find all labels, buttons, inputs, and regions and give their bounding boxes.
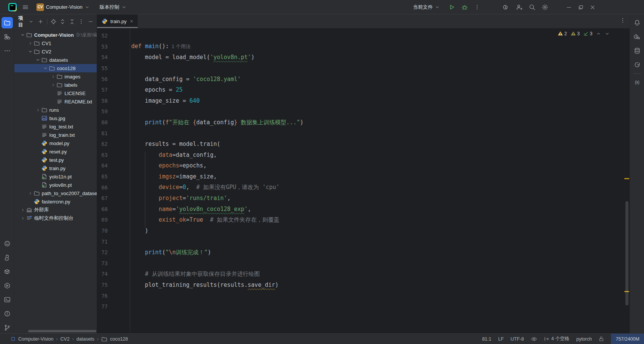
main-menu-icon[interactable] (22, 4, 29, 11)
tree-item-LICENSE[interactable]: LICENSE (14, 89, 97, 97)
settings-icon[interactable] (542, 4, 548, 11)
tree-item-model.py[interactable]: model.py (14, 139, 97, 147)
chevron-right-icon[interactable] (20, 208, 26, 213)
tree-item-yolo11n.pt[interactable]: Cyolo11n.pt (14, 172, 97, 181)
breadcrumb-item[interactable]: Computer-Vision (18, 336, 53, 342)
stripe-mark[interactable] (624, 178, 629, 179)
hugging-face-icon[interactable] (2, 238, 13, 249)
line-number[interactable]: 61 (97, 130, 130, 136)
tree-item-CV1[interactable]: CV1 (14, 39, 97, 47)
line-number[interactable]: 75 (97, 282, 130, 288)
line-number[interactable]: 69 (97, 217, 130, 223)
line-number[interactable]: 73 (97, 260, 130, 266)
line-number[interactable]: 65 (97, 174, 130, 180)
window-minimize-button[interactable] (566, 4, 572, 10)
highlighting-level-icon[interactable] (531, 336, 537, 342)
tree-item-coco128[interactable]: coco128 (14, 64, 97, 72)
run-button[interactable] (448, 4, 455, 11)
lock-icon[interactable] (598, 336, 604, 342)
chevron-down-icon[interactable] (20, 32, 26, 38)
structure-icon[interactable] (2, 31, 13, 42)
interpreter[interactable]: pytorch (576, 336, 592, 342)
chevron-right-icon[interactable] (50, 83, 56, 88)
grammar-count[interactable]: 3 (583, 31, 592, 36)
line-number[interactable]: 66 (97, 185, 130, 191)
chevron-down-icon[interactable] (42, 66, 49, 71)
line-number[interactable]: 67 (97, 195, 130, 201)
window-restore-button[interactable] (578, 5, 584, 10)
editor-options-icon[interactable] (620, 17, 626, 23)
tree-item-datasets[interactable]: datasets (14, 56, 97, 64)
tree-item-CV2[interactable]: CV2 (14, 47, 97, 56)
tree-item-README.txt[interactable]: README.txt (14, 97, 97, 106)
restore-icon[interactable] (631, 59, 643, 70)
select-opened-file-icon[interactable] (49, 17, 57, 26)
tree-item-train.py[interactable]: train.py (14, 164, 97, 172)
line-number[interactable]: 76 (97, 293, 130, 299)
line-number[interactable]: 63 (97, 152, 130, 158)
tree-item-外部库[interactable]: 外部库 (14, 206, 97, 214)
project-view-selector[interactable]: 项目 (17, 14, 35, 30)
line-number[interactable]: 53 (97, 44, 130, 50)
line-number[interactable]: 62 (97, 141, 130, 147)
line-number[interactable]: 72 (97, 249, 130, 255)
tab-train-py[interactable]: train.py (97, 14, 138, 28)
line-number[interactable]: 74 (97, 271, 130, 277)
ai-assistant-icon[interactable] (631, 31, 643, 42)
tree-item-test.py[interactable]: test.py (14, 156, 97, 164)
python-packages-icon[interactable] (2, 266, 13, 277)
tab-close-icon[interactable] (129, 19, 134, 23)
caret-position[interactable]: 81:1 (482, 336, 491, 342)
line-number[interactable]: 64 (97, 163, 130, 169)
hide-panel-icon[interactable] (87, 17, 95, 26)
tree-item-Computer-Vision[interactable]: Computer-VisionD:\桌面\编程 (14, 31, 97, 39)
line-number[interactable]: 71 (97, 239, 130, 245)
database-icon[interactable] (631, 45, 643, 56)
prev-problem-icon[interactable] (596, 31, 601, 36)
line-number[interactable]: 59 (97, 108, 130, 114)
tree-item-path_to_voc2007_dataset[interactable]: path_to_voc2007_dataset (14, 189, 97, 197)
more-icon[interactable] (2, 45, 13, 56)
line-number[interactable]: 54 (97, 54, 130, 60)
chevron-right-icon[interactable] (27, 191, 33, 196)
weak-warnings-count[interactable]: 3 (570, 31, 580, 36)
tree-item-log_test.txt[interactable]: log_test.txt (14, 122, 97, 131)
expand-all-icon[interactable] (59, 17, 67, 26)
debug-button[interactable] (461, 4, 468, 11)
breadcrumb-item[interactable]: coco128 (110, 336, 128, 342)
tree-item-images[interactable]: images (14, 72, 97, 81)
line-number[interactable]: 60 (97, 119, 130, 125)
collapse-all-icon[interactable] (68, 17, 76, 26)
tree-item-runs[interactable]: runs (14, 106, 97, 114)
ai-assistant-icon[interactable] (503, 4, 510, 11)
variables-icon[interactable]: (x) (631, 77, 643, 88)
notifications-icon[interactable] (631, 17, 643, 28)
tree-item-yolov8n.pt[interactable]: Cyolov8n.pt (14, 181, 97, 189)
more-actions-icon[interactable] (474, 4, 480, 10)
chevron-right-icon[interactable] (27, 41, 33, 46)
search-everywhere-icon[interactable] (529, 4, 536, 11)
line-number[interactable]: 52 (97, 33, 130, 39)
project-icon[interactable] (2, 17, 13, 28)
breadcrumb-item[interactable]: CV2 (60, 336, 69, 342)
chevron-down-icon[interactable] (27, 49, 33, 54)
vertical-scrollbar[interactable] (625, 201, 628, 305)
tree-item-临时文件和控制台[interactable]: 临时文件和控制台 (14, 214, 97, 222)
line-number[interactable]: 68 (97, 206, 130, 212)
line-number[interactable]: 56 (97, 76, 130, 82)
version-control-icon[interactable] (2, 322, 13, 333)
run-config-selector[interactable]: 当前文件 (411, 2, 442, 12)
window-close-button[interactable] (590, 5, 595, 10)
line-number[interactable]: 58 (97, 98, 130, 104)
problems-icon[interactable] (2, 308, 13, 319)
next-problem-icon[interactable] (605, 31, 610, 36)
services-icon[interactable] (2, 280, 13, 291)
tree-item-fasterrcnn.py[interactable]: fasterrcnn.py (14, 197, 97, 206)
line-number[interactable]: 55 (97, 65, 130, 71)
line-separator[interactable]: LF (498, 336, 504, 342)
line-number[interactable]: 57 (97, 87, 130, 93)
chevron-down-icon[interactable] (35, 57, 41, 63)
add-button[interactable] (37, 17, 45, 26)
code-editor[interactable]: 5253def main(): 1 个用法54 model = load_mod… (97, 28, 630, 333)
chevron-right-icon[interactable] (35, 108, 41, 113)
